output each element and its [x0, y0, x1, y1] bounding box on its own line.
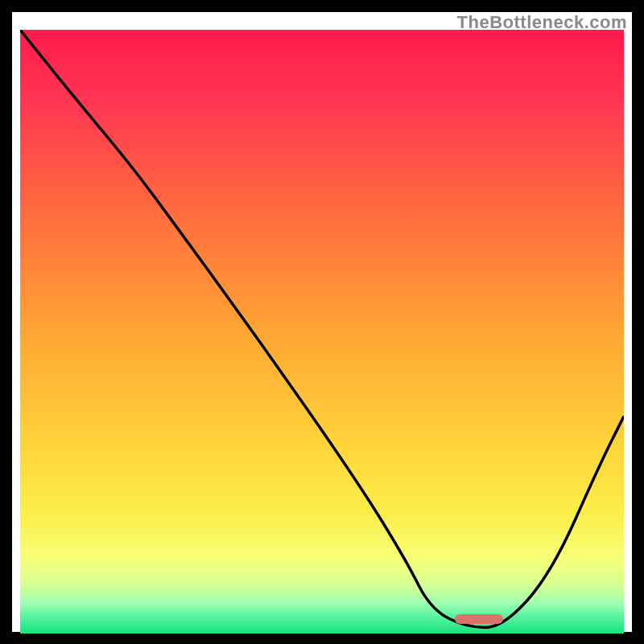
plot-area: [20, 30, 624, 622]
bottleneck-curve: [20, 30, 624, 634]
chart-frame: TheBottleneck.com: [12, 12, 632, 632]
optimum-marker: [455, 614, 503, 624]
